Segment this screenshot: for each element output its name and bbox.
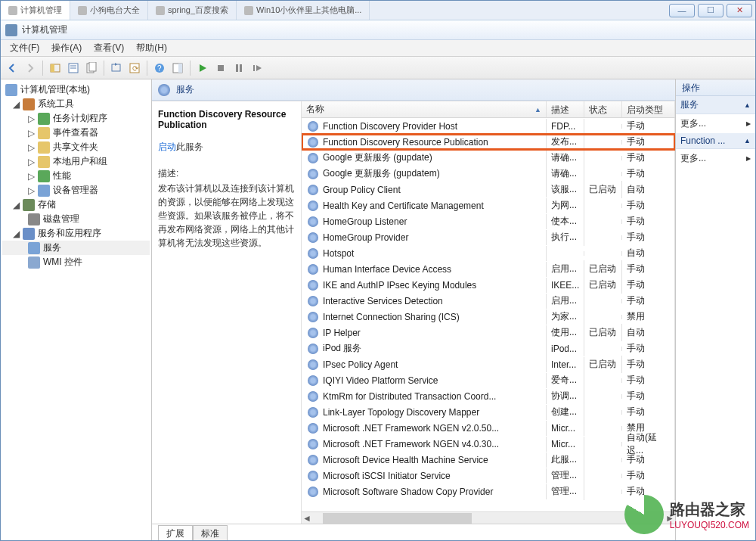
service-row[interactable]: IQIYI Video Platform Service爱奇...手动 <box>302 372 675 388</box>
help-button[interactable]: ? <box>151 60 168 76</box>
service-row[interactable]: IKE and AuthIP IPsec Keying ModulesIKEE.… <box>302 277 675 293</box>
horizontal-scrollbar[interactable]: ◄ ► <box>302 511 675 524</box>
tab-standard[interactable]: 标准 <box>193 525 228 540</box>
window-maximize-button[interactable]: ☐ <box>698 4 723 17</box>
services-list-header[interactable]: 名称▲ 描述 状态 启动类型 <box>302 101 675 118</box>
tree-system-tools[interactable]: ◢系统工具 <box>2 97 150 111</box>
menu-item[interactable]: 帮助(H) <box>130 42 173 54</box>
svg-rect-15 <box>236 64 238 72</box>
service-row[interactable]: IPsec Policy AgentInter...已启动手动 <box>302 356 675 372</box>
service-row[interactable]: Group Policy Client该服...已启动自动 <box>302 182 675 197</box>
column-description[interactable]: 描述 <box>547 101 584 117</box>
tree-item[interactable]: ▷性能 <box>2 169 150 183</box>
nav-forward-button[interactable] <box>22 60 39 76</box>
console-tree[interactable]: 计算机管理(本地) ◢系统工具 ▷任务计划程序▷事件查看器▷共享文件夹▷本地用户… <box>1 79 152 540</box>
tree-item[interactable]: ▷设备管理器 <box>2 183 150 197</box>
start-service-link[interactable]: 启动 <box>158 141 176 152</box>
tree-item-icon <box>38 127 50 139</box>
scroll-left-icon[interactable]: ◄ <box>302 513 312 524</box>
scroll-thumb[interactable] <box>323 513 472 524</box>
service-row[interactable]: Function Discovery Resource Publication发… <box>302 134 675 150</box>
service-row[interactable]: KtmRm for Distributed Transaction Coord.… <box>302 388 675 404</box>
scroll-right-icon[interactable]: ► <box>665 513 675 524</box>
service-pause-button[interactable] <box>231 60 247 76</box>
menu-item[interactable]: 文件(F) <box>4 42 45 54</box>
menu-item[interactable]: 查看(V) <box>88 42 130 54</box>
service-restart-button[interactable] <box>249 60 265 76</box>
tree-storage[interactable]: ◢存储 <box>2 197 150 212</box>
tree-item[interactable]: ▷共享文件夹 <box>2 140 150 154</box>
favicon-icon <box>156 6 165 15</box>
tree-services-apps[interactable]: ◢服务和应用程序 <box>2 226 150 241</box>
service-row[interactable]: HomeGroup Provider执行...手动 <box>302 229 675 245</box>
service-row[interactable]: iPod 服务iPod...手动 <box>302 340 675 356</box>
service-row[interactable]: Function Discovery Provider HostFDP...手动 <box>302 118 675 134</box>
service-row[interactable]: HomeGroup Listener使本...手动 <box>302 213 675 229</box>
browser-tab[interactable]: 小狗电台大全 <box>70 1 148 20</box>
service-row[interactable]: Link-Layer Topology Discovery Mapper创建..… <box>302 404 675 420</box>
service-icon <box>308 232 318 243</box>
chevron-right-icon: ▶ <box>746 120 751 127</box>
export-list-button[interactable] <box>83 60 100 76</box>
service-start-button[interactable] <box>194 60 211 76</box>
service-row[interactable]: Microsoft Device Health Machine Service此… <box>302 452 675 468</box>
service-row[interactable]: IP Helper使用...已启动自动 <box>302 325 675 340</box>
column-status[interactable]: 状态 <box>584 101 622 117</box>
service-stop-button[interactable] <box>212 60 229 76</box>
service-row[interactable]: Google 更新服务 (gupdate)请确...手动 <box>302 150 675 166</box>
tree-item[interactable]: ▷本地用户和组 <box>2 154 150 169</box>
tree-root[interactable]: 计算机管理(本地) <box>2 82 150 97</box>
service-row[interactable]: Microsoft .NET Framework NGEN v4.0.30...… <box>302 436 675 452</box>
nav-back-button[interactable] <box>4 60 20 76</box>
actions-more-1[interactable]: 更多...▶ <box>676 114 755 133</box>
actions-pane-title: 操作 <box>676 79 755 96</box>
service-startup: 手动 <box>622 229 675 246</box>
column-startup[interactable]: 启动类型 <box>622 101 675 117</box>
service-row[interactable]: Internet Connection Sharing (ICS)为家...禁用 <box>302 309 675 325</box>
tree-disk-management[interactable]: 磁盘管理 <box>2 212 150 226</box>
service-row[interactable]: Hotspot自动 <box>302 245 675 261</box>
service-row[interactable]: Microsoft Software Shadow Copy Provider管… <box>302 483 675 499</box>
service-status <box>584 474 622 478</box>
service-row[interactable]: Human Interface Device Access启用...已启动手动 <box>302 261 675 277</box>
service-row[interactable]: Health Key and Certificate Management为网.… <box>302 197 675 213</box>
column-name[interactable]: 名称▲ <box>302 101 547 117</box>
tree-item[interactable]: ▷事件查看器 <box>2 126 150 140</box>
actions-group-services[interactable]: 服务▲ <box>676 96 755 114</box>
tree-services[interactable]: 服务 <box>2 241 150 255</box>
window-minimize-button[interactable]: — <box>669 4 695 17</box>
actions-more-2[interactable]: 更多...▶ <box>676 149 755 168</box>
window-close-button[interactable]: ✕ <box>727 4 752 17</box>
service-desc: IKEE... <box>547 278 584 293</box>
tree-wmi[interactable]: WMI 控件 <box>2 255 150 269</box>
actions-group-selected[interactable]: Function ...▲ <box>676 133 755 149</box>
service-startup: 手动 <box>622 387 675 405</box>
service-row[interactable]: Microsoft iSCSI Initiator Service管理...手动 <box>302 468 675 483</box>
show-hide-tree-button[interactable] <box>47 60 64 76</box>
svg-rect-14 <box>218 65 224 71</box>
browser-tab[interactable]: Win10小伙伴里上其他电脑... <box>237 1 370 20</box>
description-label: 描述: <box>158 167 295 180</box>
service-icon <box>308 185 318 195</box>
services-list[interactable]: Function Discovery Provider HostFDP...手动… <box>302 118 675 511</box>
sort-asc-icon: ▲ <box>534 106 541 113</box>
service-desc: 此服... <box>547 451 584 468</box>
service-row[interactable]: Interactive Services Detection启用...手动 <box>302 293 675 309</box>
browser-tab[interactable]: spring_百度搜索 <box>148 1 237 20</box>
tab-extended[interactable]: 扩展 <box>158 525 193 540</box>
refresh-button[interactable] <box>108 60 125 76</box>
service-status <box>584 204 622 208</box>
service-icon <box>308 264 318 275</box>
favicon-icon <box>8 6 17 15</box>
service-row[interactable]: Google 更新服务 (gupdatem)请确...手动 <box>302 166 675 182</box>
browser-tab[interactable]: 计算机管理 <box>1 1 70 20</box>
action-pane-button[interactable] <box>169 60 186 76</box>
options-button[interactable]: ⟳ <box>126 60 143 76</box>
service-desc <box>547 251 584 256</box>
browser-tab-strip: 计算机管理小狗电台大全spring_百度搜索Win10小伙伴里上其他电脑... … <box>1 1 755 20</box>
tree-item[interactable]: ▷任务计划程序 <box>2 111 150 126</box>
properties-button[interactable] <box>65 60 82 76</box>
service-status <box>584 410 622 415</box>
menu-item[interactable]: 操作(A) <box>45 42 88 54</box>
service-row[interactable]: Microsoft .NET Framework NGEN v2.0.50...… <box>302 420 675 436</box>
